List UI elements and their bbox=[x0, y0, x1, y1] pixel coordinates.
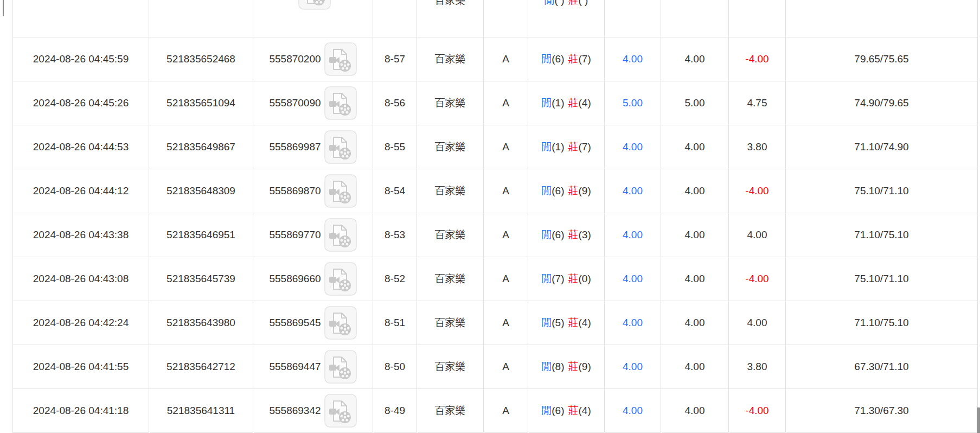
order-id-cell: 521835651094 bbox=[149, 81, 253, 125]
bet-amount-cell: 4.00 bbox=[605, 125, 661, 169]
result-banker-label: 莊 bbox=[568, 229, 579, 240]
video-file-icon bbox=[324, 174, 357, 208]
game-name-cell: 百家樂 bbox=[417, 125, 484, 169]
balance-cell: 71.10/75.10 bbox=[786, 301, 978, 345]
round-cell: 8-53 bbox=[373, 213, 417, 257]
result-banker-score: (9) bbox=[579, 185, 591, 196]
round-cell: 8-50 bbox=[373, 345, 417, 389]
game-id-value: 555869660 bbox=[269, 273, 321, 285]
game-id-cell: 555869545 bbox=[253, 301, 373, 345]
valid-bet-cell: 4.00 bbox=[661, 257, 729, 301]
video-preview-button[interactable] bbox=[324, 262, 357, 296]
valid-bet-cell: 4.00 bbox=[661, 389, 729, 433]
bet-amount-cell: 4.00 bbox=[605, 389, 661, 433]
bet-time-cell: 2024-08-26 04:43:08 bbox=[13, 257, 149, 301]
game-id-value: 555869447 bbox=[269, 361, 321, 373]
game-id-cell: 555869660 bbox=[253, 257, 373, 301]
video-file-icon bbox=[324, 262, 357, 296]
table-name-cell: A bbox=[484, 213, 528, 257]
result-cell: 閒(1)莊(7) bbox=[528, 125, 605, 169]
result-banker-score: (0) bbox=[579, 273, 591, 284]
result-banker-label: 莊 bbox=[568, 405, 579, 416]
video-preview-button[interactable] bbox=[324, 394, 357, 428]
table-row: 2024-08-26 04:43:08521835645739555869660… bbox=[13, 257, 978, 301]
game-name-cell: 百家樂 bbox=[417, 169, 484, 213]
order-id-cell: 521835649867 bbox=[149, 125, 253, 169]
bet-amount-cell: 4.00 bbox=[605, 345, 661, 389]
video-preview-button[interactable] bbox=[298, 0, 331, 10]
table-name-cell: A bbox=[484, 389, 528, 433]
game-name-cell: 百家樂 bbox=[417, 81, 484, 125]
result-banker-label: 莊 bbox=[568, 185, 579, 196]
result-player-label: 閒 bbox=[541, 185, 552, 196]
game-id-cell: 555870090 bbox=[253, 81, 373, 125]
video-preview-button[interactable] bbox=[324, 42, 357, 76]
video-file-icon bbox=[298, 0, 331, 10]
bet-amount-cell: 4.00 bbox=[605, 37, 661, 81]
bet-time-cell bbox=[13, 0, 149, 37]
game-name-cell: 百家樂 bbox=[417, 389, 484, 433]
result-player-label: 閒 bbox=[541, 53, 552, 65]
result-player-label: 閒 bbox=[541, 361, 552, 372]
result-player-score: (5) bbox=[552, 317, 564, 328]
balance-cell: 71.30/67.30 bbox=[786, 389, 978, 433]
table-row: 2024-08-26 04:45:26521835651094555870090… bbox=[13, 81, 978, 125]
order-id-cell: 521835645739 bbox=[149, 257, 253, 301]
game-name-cell: 百家樂 bbox=[417, 0, 484, 37]
round-cell: 8-54 bbox=[373, 169, 417, 213]
result-cell: 閒(6)莊(3) bbox=[528, 213, 605, 257]
video-file-icon bbox=[324, 394, 357, 428]
win-loss-cell: 4.00 bbox=[729, 301, 786, 345]
bet-time-cell: 2024-08-26 04:42:24 bbox=[13, 301, 149, 345]
order-id-cell bbox=[149, 0, 253, 37]
order-id-cell: 521835643980 bbox=[149, 301, 253, 345]
table-row: 2024-08-26 04:44:12521835648309555869870… bbox=[13, 169, 978, 213]
result-player-label: 閒 bbox=[541, 317, 552, 328]
result-player-label: 閒 bbox=[541, 405, 552, 416]
result-player-score: (6) bbox=[552, 405, 564, 416]
game-id-cell: 555869447 bbox=[253, 345, 373, 389]
bet-amount-cell: 4.00 bbox=[605, 301, 661, 345]
win-loss-cell: -4.00 bbox=[729, 37, 786, 81]
result-player-label: 閒 bbox=[541, 97, 552, 109]
valid-bet-cell: 4.00 bbox=[661, 345, 729, 389]
game-name-cell: 百家樂 bbox=[417, 213, 484, 257]
bet-records-table: 百家樂閒( )莊( )2024-08-26 04:45:595218356524… bbox=[12, 0, 978, 433]
result-player-score: (1) bbox=[552, 97, 564, 109]
game-name-cell: 百家樂 bbox=[417, 301, 484, 345]
balance-cell: 71.10/75.10 bbox=[786, 213, 978, 257]
bet-amount-cell: 4.00 bbox=[605, 169, 661, 213]
video-preview-button[interactable] bbox=[324, 174, 357, 208]
bet-time-cell: 2024-08-26 04:43:38 bbox=[13, 213, 149, 257]
round-cell bbox=[373, 0, 417, 37]
result-player-score: ( ) bbox=[555, 0, 565, 6]
result-banker-label: 莊 bbox=[568, 141, 579, 152]
result-banker-label: 莊 bbox=[568, 273, 579, 284]
win-loss-cell: 3.80 bbox=[729, 125, 786, 169]
result-banker-score: ( ) bbox=[579, 0, 588, 6]
video-preview-button[interactable] bbox=[324, 86, 357, 120]
valid-bet-cell: 4.00 bbox=[661, 37, 729, 81]
game-id-cell: 555869870 bbox=[253, 169, 373, 213]
order-id-cell: 521835652468 bbox=[149, 37, 253, 81]
valid-bet-cell: 4.00 bbox=[661, 169, 729, 213]
game-name-cell: 百家樂 bbox=[417, 345, 484, 389]
result-banker-score: (3) bbox=[579, 229, 591, 240]
result-cell: 閒(1)莊(4) bbox=[528, 81, 605, 125]
table-row: 2024-08-26 04:41:55521835642712555869447… bbox=[13, 345, 978, 389]
game-name-cell: 百家樂 bbox=[417, 37, 484, 81]
video-preview-button[interactable] bbox=[324, 350, 357, 384]
balance-cell: 75.10/71.10 bbox=[786, 169, 978, 213]
result-banker-score: (7) bbox=[579, 141, 591, 152]
balance-cell: 75.10/71.10 bbox=[786, 257, 978, 301]
video-file-icon bbox=[324, 218, 357, 252]
valid-bet-cell: 4.00 bbox=[661, 125, 729, 169]
video-preview-button[interactable] bbox=[324, 130, 357, 164]
video-preview-button[interactable] bbox=[324, 306, 357, 340]
table-row: 2024-08-26 04:42:24521835643980555869545… bbox=[13, 301, 978, 345]
table-name-cell: A bbox=[484, 125, 528, 169]
video-file-icon bbox=[324, 86, 357, 120]
win-loss-cell: 4.75 bbox=[729, 81, 786, 125]
game-id-value: 555869870 bbox=[269, 185, 321, 197]
video-preview-button[interactable] bbox=[324, 218, 357, 252]
